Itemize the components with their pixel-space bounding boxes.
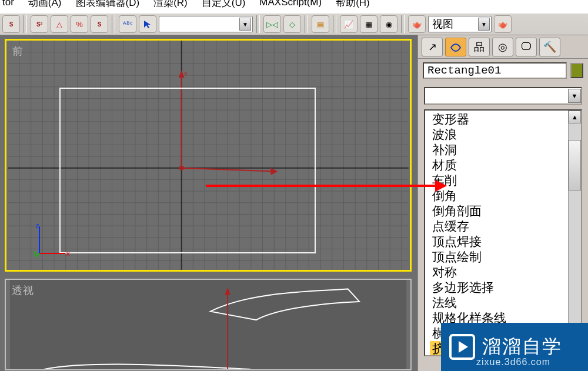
- menu-item[interactable]: 渲染(R): [153, 0, 188, 9]
- toolbar-separator: [24, 15, 27, 33]
- curve-editor-icon[interactable]: 📈: [340, 15, 358, 33]
- named-selection-combo[interactable]: ▼: [159, 16, 253, 32]
- toolbar-separator: [401, 15, 405, 33]
- watermark-title: 溜溜自学: [482, 334, 562, 360]
- menu-item[interactable]: MAXScript(M): [259, 0, 322, 8]
- mirror-icon[interactable]: ▷◁: [263, 15, 281, 33]
- toolbar-separator: [333, 15, 336, 33]
- hierarchy-tab-icon[interactable]: 品: [469, 38, 490, 56]
- scroll-thumb[interactable]: [569, 140, 581, 190]
- schematic-view-icon[interactable]: ▦: [360, 15, 377, 33]
- object-name-input[interactable]: [423, 62, 567, 79]
- menu-item[interactable]: 图表编辑器(D): [76, 0, 140, 9]
- layers-icon[interactable]: ▤: [312, 15, 329, 33]
- spinner-snap-icon[interactable]: S: [91, 15, 108, 33]
- viewport-area: x 前 x z y 透视: [0, 35, 417, 371]
- modifier-item[interactable]: 顶点绘制: [430, 249, 568, 265]
- display-tab-icon[interactable]: 🖵: [516, 38, 537, 56]
- quick-render-icon[interactable]: 🫖: [494, 15, 512, 33]
- menu-item[interactable]: 自定义(U): [202, 0, 246, 9]
- svg-rect-63: [10, 280, 406, 369]
- angle-snap-icon[interactable]: △: [51, 15, 68, 33]
- modifier-item[interactable]: 顶点焊接: [430, 234, 568, 249]
- modifier-item[interactable]: 补洞: [430, 142, 568, 158]
- modifier-list[interactable]: 变形器波浪补洞材质车削倒角倒角剖面点缓存顶点焊接顶点绘制对称多边形选择法线规格化…: [425, 111, 568, 355]
- viewport-perspective[interactable]: 透视: [5, 279, 412, 370]
- render-view-label: 视图: [429, 17, 478, 31]
- viewport-label: 透视: [12, 283, 34, 298]
- render-view-combo[interactable]: 视图 ▼: [428, 16, 492, 32]
- axis-gizmo-icon: x z y: [34, 222, 71, 259]
- modifier-item[interactable]: 波浪: [430, 127, 568, 142]
- main-toolbar: S S³ △ % S ᴬᴮᶜ ▼ ▷◁ ◇ ▤ 📈 ▦ ◉ 🫖 视图 ▼ 🫖: [0, 13, 588, 35]
- modifier-item[interactable]: 变形器: [430, 112, 568, 127]
- svg-text:z: z: [36, 222, 39, 229]
- play-icon: [449, 334, 475, 360]
- modifier-item[interactable]: 车削: [430, 173, 568, 188]
- toolbar-separator: [305, 15, 308, 33]
- modifier-item[interactable]: 倒角: [430, 188, 568, 203]
- create-tab-icon[interactable]: ↗: [422, 38, 443, 56]
- object-name-row: [418, 59, 588, 82]
- toolbar-separator: [112, 15, 115, 33]
- material-editor-icon[interactable]: ◉: [380, 15, 397, 33]
- menu-bar: tor 动画(A) 图表编辑器(D) 渲染(R) 自定义(U) MAXScrip…: [0, 0, 588, 9]
- viewport-front[interactable]: x 前 x z y: [5, 39, 412, 272]
- watermark-url: zixue.3d66.com: [476, 357, 550, 367]
- scrollbar[interactable]: ▲ ▼: [568, 111, 581, 355]
- align-icon[interactable]: ◇: [283, 15, 301, 33]
- snap-toggle-icon[interactable]: S: [2, 15, 20, 33]
- viewport-label: 前: [12, 44, 24, 58]
- modifier-item[interactable]: 法线: [430, 295, 568, 310]
- svg-text:x: x: [184, 69, 188, 77]
- named-selection-icon[interactable]: ᴬᴮᶜ: [119, 15, 136, 33]
- motion-tab-icon[interactable]: ◎: [492, 38, 513, 56]
- svg-text:y: y: [34, 249, 37, 256]
- selection-arrow-icon[interactable]: [139, 15, 156, 33]
- modifier-list-dropdown[interactable]: ▼: [424, 87, 582, 105]
- menu-item[interactable]: 帮助(H): [336, 0, 370, 9]
- modifier-list-box: 变形器波浪补洞材质车削倒角倒角剖面点缓存顶点焊接顶点绘制对称多边形选择法线规格化…: [424, 109, 582, 356]
- modifier-item[interactable]: 点缓存: [430, 219, 568, 234]
- modifier-item[interactable]: 对称: [430, 265, 568, 280]
- rectangle-shape[interactable]: [59, 88, 316, 253]
- menu-item[interactable]: tor: [2, 0, 14, 8]
- toolbar-separator: [256, 15, 260, 33]
- scroll-track[interactable]: [569, 123, 581, 342]
- scroll-up-icon[interactable]: ▲: [569, 111, 581, 123]
- command-panel: ↗ 品 ◎ 🖵 🔨 ▼ 变形器波浪补洞材质车削倒角倒角剖面点缓存顶点焊接顶点绘制…: [417, 35, 588, 371]
- percent-snap-icon[interactable]: %: [71, 15, 88, 33]
- persp-svg: [6, 280, 410, 369]
- command-panel-tabs: ↗ 品 ◎ 🖵 🔨: [418, 35, 588, 59]
- modifier-item[interactable]: 材质: [430, 158, 568, 173]
- render-scene-icon[interactable]: 🫖: [408, 15, 426, 33]
- utilities-tab-icon[interactable]: 🔨: [539, 38, 560, 56]
- chevron-down-icon[interactable]: ▼: [568, 89, 581, 103]
- chevron-down-icon[interactable]: ▼: [478, 18, 490, 31]
- object-color-swatch[interactable]: [570, 63, 583, 78]
- chevron-down-icon[interactable]: ▼: [239, 18, 251, 31]
- modify-tab-icon[interactable]: [445, 38, 466, 56]
- menu-item[interactable]: 动画(A): [28, 0, 62, 9]
- modifier-item[interactable]: 倒角剖面: [430, 203, 568, 219]
- snap-3d-icon[interactable]: S³: [31, 15, 48, 33]
- modifier-item[interactable]: 多边形选择: [430, 280, 568, 295]
- watermark-badge: 溜溜自学 zixue.3d66.com: [441, 323, 588, 371]
- svg-text:x: x: [66, 250, 70, 257]
